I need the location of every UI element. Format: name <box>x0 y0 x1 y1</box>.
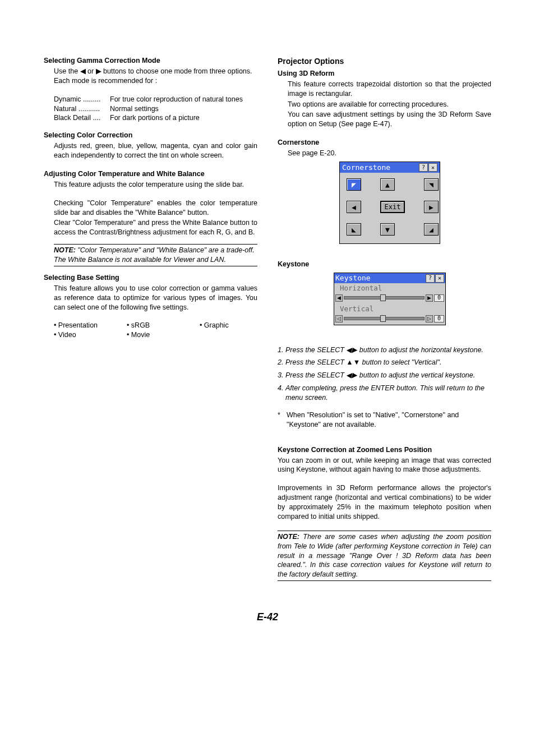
keystone-osd: Keystone ? ✕ Horizontal ◀ ▶ 0 Vertical ◁… <box>334 273 446 325</box>
keystone-v-label: Vertical <box>334 304 445 315</box>
corner-right-button[interactable]: ▶ <box>424 201 439 213</box>
slider-track[interactable] <box>344 296 425 299</box>
base-title: Selecting Base Setting <box>44 273 257 283</box>
keystone-h-label: Horizontal <box>334 283 445 294</box>
right-arrow-icon[interactable]: ▷ <box>426 315 433 322</box>
page: Selecting Gamma Correction Mode Use the … <box>0 0 535 647</box>
def-term: Natural ........... <box>54 104 110 114</box>
reform-body: This feature corrects trapezoidal distor… <box>278 80 491 129</box>
color-body: Adjusts red, green, blue, yellow, magent… <box>54 141 257 160</box>
temp-p1: This feature adjusts the color temperatu… <box>54 180 257 190</box>
close-icon[interactable]: ✕ <box>435 274 444 283</box>
keystone-v-slider[interactable]: ◁ ▷ 0 <box>334 315 445 325</box>
def-term: Black Detail .... <box>54 113 110 123</box>
reform-p1: This feature corrects trapezoidal distor… <box>288 80 491 99</box>
help-icon[interactable]: ? <box>419 163 428 172</box>
corner-top-right-button[interactable]: ◥ <box>424 178 439 191</box>
asterisk: * <box>278 411 287 430</box>
def-desc: Normal settings <box>110 104 159 114</box>
corner-top-left-button[interactable]: ◤ <box>347 178 361 191</box>
cornerstone-osd: Cornerstone ? ✕ ◤ ▲ ◥ ◀ Exit ▶ ◣ ▼ ◢ <box>339 162 440 245</box>
def-desc: For true color reproduction of natural t… <box>110 95 243 104</box>
left-arrow-icon[interactable]: ◀ <box>335 294 343 302</box>
two-column-layout: Selecting Gamma Correction Mode Use the … <box>44 56 491 588</box>
note-box: NOTE: There are some cases when adjustin… <box>278 531 491 581</box>
gamma-intro: Use the ◀ or ▶ buttons to choose one mod… <box>54 67 257 86</box>
footnote-text: When "Resolution" is set to "Native", "C… <box>287 411 491 430</box>
projector-options-header: Projector Options <box>278 56 491 67</box>
temp-p2: Checking "Color Temperature" enables the… <box>54 199 257 218</box>
slider-thumb[interactable] <box>380 294 386 301</box>
base-intro: This feature allows you to use color cor… <box>54 284 257 312</box>
bullet: Video <box>54 330 110 340</box>
step: Press the SELECT ◀▶ button to adjust the… <box>285 345 491 355</box>
bullet: Movie <box>127 330 183 340</box>
note-label: NOTE: <box>54 246 76 254</box>
corner-grid: ◤ ▲ ◥ ◀ Exit ▶ ◣ ▼ ◢ <box>340 173 440 243</box>
step: Press the SELECT ◀▶ button to adjust the… <box>285 371 491 380</box>
gamma-body: Use the ◀ or ▶ buttons to choose one mod… <box>44 67 257 123</box>
page-number: E-42 <box>44 610 491 624</box>
corner-up-button[interactable]: ▲ <box>380 178 395 191</box>
osd-titlebar: Cornerstone ? ✕ <box>340 162 440 173</box>
corner-bottom-right-button[interactable]: ◢ <box>424 223 439 236</box>
temp-body: This feature adjusts the color temperatu… <box>44 180 257 237</box>
bullet: Graphic <box>200 321 256 330</box>
osd-titlebar: Keystone ? ✕ <box>334 273 445 283</box>
base-body: This feature allows you to use color cor… <box>44 284 257 340</box>
left-column: Selecting Gamma Correction Mode Use the … <box>44 56 257 588</box>
left-arrow-icon[interactable]: ◁ <box>335 315 343 322</box>
def-desc: For dark portions of a picture <box>110 113 200 123</box>
note-text: "Color Temperature" and "White Balance" … <box>54 246 255 264</box>
corner-bottom-left-button[interactable]: ◣ <box>347 223 361 236</box>
reform-p3: You can save adjustment settings by usin… <box>288 110 491 129</box>
step: Press the SELECT ▲▼ button to select "Ve… <box>285 358 491 367</box>
base-bullets: Presentation Video sRGB Movie Graphic <box>54 321 257 340</box>
temp-p3: Clear "Color Temperature" and press the … <box>54 218 257 237</box>
right-column: Projector Options Using 3D Reform This f… <box>278 56 491 588</box>
corner-down-button[interactable]: ▼ <box>380 223 395 236</box>
reform-title: Using 3D Reform <box>278 69 491 79</box>
color-title: Selecting Color Correction <box>44 131 257 140</box>
bullet: Presentation <box>54 321 110 330</box>
keystone-steps: Press the SELECT ◀▶ button to adjust the… <box>278 345 491 403</box>
corner-left-button[interactable]: ◀ <box>347 201 361 213</box>
slider-track[interactable] <box>344 317 425 320</box>
right-arrow-icon[interactable]: ▶ <box>426 294 433 302</box>
slider-value: 0 <box>434 294 444 302</box>
note-text: There are some cases when adjusting the … <box>278 533 491 579</box>
zoom-title: Keystone Correction at Zoomed Lens Posit… <box>278 445 491 455</box>
keystone-h-slider[interactable]: ◀ ▶ 0 <box>334 294 445 304</box>
keystone-title: Keystone <box>278 260 491 269</box>
osd-title-text: Keystone <box>335 273 371 283</box>
slider-value: 0 <box>434 315 444 322</box>
bullet: sRGB <box>127 321 183 330</box>
step: After completing, press the ENTER button… <box>285 384 491 403</box>
gamma-definitions: Dynamic .........For true color reproduc… <box>54 95 257 123</box>
corner-title: Cornerstone <box>278 138 491 147</box>
reform-p2: Two options are available for correcting… <box>288 100 491 109</box>
help-icon[interactable]: ? <box>426 274 435 283</box>
zoom-p1: You can zoom in or out, while keeping an… <box>278 456 491 475</box>
osd-title-text: Cornerstone <box>342 163 390 173</box>
corner-see: See page E-20. <box>288 149 491 158</box>
corner-exit-button[interactable]: Exit <box>380 201 405 213</box>
note-label: NOTE: <box>278 533 299 541</box>
zoom-p2: Improvements in 3D Reform performance al… <box>278 483 491 522</box>
close-icon[interactable]: ✕ <box>428 163 437 172</box>
temp-title: Adjusting Color Temperature and White Ba… <box>44 169 257 179</box>
slider-thumb[interactable] <box>380 315 386 322</box>
gamma-title: Selecting Gamma Correction Mode <box>44 56 257 66</box>
def-term: Dynamic ......... <box>54 95 110 104</box>
keystone-footnote: * When "Resolution" is set to "Native", … <box>278 411 491 430</box>
note-box: NOTE: "Color Temperature" and "White Bal… <box>54 244 257 266</box>
